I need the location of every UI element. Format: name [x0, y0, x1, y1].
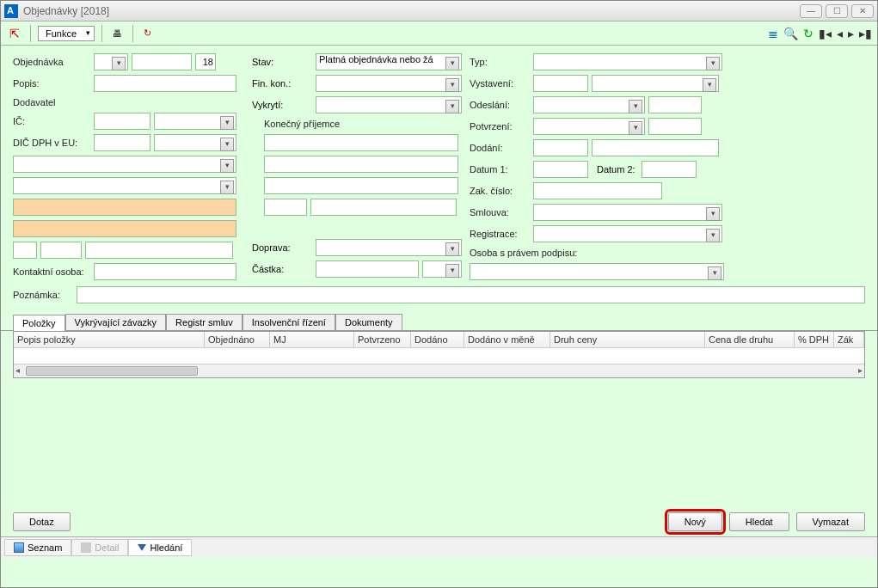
list-icon[interactable]: ≣: [768, 27, 778, 40]
tab-detail[interactable]: Detail: [71, 539, 128, 556]
tab-registr[interactable]: Registr smluv: [166, 314, 243, 330]
last-icon[interactable]: ▸▮: [859, 27, 872, 40]
tab-seznam-label: Seznam: [28, 542, 62, 553]
col-zak[interactable]: Zák: [834, 332, 864, 347]
dodavatel-label: Dodavatel: [13, 97, 245, 107]
supplier-orange-1[interactable]: [13, 199, 236, 216]
grid-h-scrollbar[interactable]: [14, 364, 864, 377]
finkon-label: Fin. kon.:: [252, 78, 312, 89]
col-druh-ceny[interactable]: Druh ceny: [550, 332, 705, 347]
col-popis[interactable]: Popis položky: [14, 332, 205, 347]
popis-input[interactable]: [94, 75, 236, 92]
dic-input[interactable]: [94, 134, 150, 151]
poznamka-input[interactable]: [77, 286, 865, 303]
reload-icon[interactable]: ↻: [803, 27, 814, 40]
ic-input[interactable]: [94, 113, 150, 130]
zakcislo-input[interactable]: [533, 182, 662, 199]
tab-dokumenty[interactable]: Dokumenty: [335, 314, 402, 330]
potvrzeni-label: Potvrzení:: [470, 121, 530, 132]
first-icon[interactable]: ▮◂: [819, 27, 832, 40]
col-cena-druh[interactable]: Cena dle druhu: [705, 332, 795, 347]
potvrzeni-date[interactable]: [648, 118, 702, 135]
odeslani-combo[interactable]: [533, 96, 645, 113]
datum1-label: Datum 1:: [470, 164, 530, 175]
odeslani-label: Odeslání:: [470, 100, 530, 110]
minimize-button[interactable]: —: [800, 4, 822, 18]
zakcislo-label: Zak. číslo:: [470, 186, 530, 196]
grid-empty-area: [13, 378, 865, 507]
tab-vykryvajici[interactable]: Vykrývající závazky: [65, 314, 167, 330]
titlebar: Objednávky [2018] — ☐ ✕: [1, 1, 877, 21]
col-dodano-mene[interactable]: Dodáno v měně: [464, 332, 550, 347]
tab-polozky[interactable]: Položky: [13, 315, 65, 331]
konecny-3[interactable]: [264, 177, 458, 194]
dodani-2[interactable]: [592, 139, 719, 156]
dic-combo[interactable]: [154, 134, 236, 151]
castka-input[interactable]: [316, 260, 419, 278]
vystaveni-combo[interactable]: [592, 75, 719, 92]
list-icon: [14, 542, 24, 553]
konecny-2[interactable]: [264, 156, 458, 173]
col-potvrzeno[interactable]: Potvrzeno: [354, 332, 411, 347]
finkon-combo[interactable]: [316, 75, 462, 92]
hledat-button[interactable]: Hledat: [729, 512, 789, 531]
col-pdph[interactable]: % DPH: [795, 332, 834, 347]
datum1-input[interactable]: [533, 161, 588, 178]
objednavka-label: Objednávka: [13, 57, 90, 67]
vymazat-button[interactable]: Vymazat: [796, 512, 865, 531]
app-window: Objednávky [2018] — ☐ ✕ ⇱ Funkce 🖶 ↻ ≣ 🔍…: [0, 0, 878, 588]
addr-1[interactable]: [13, 242, 37, 259]
konecny-4b[interactable]: [310, 199, 457, 216]
registrace-label: Registrace:: [470, 229, 530, 239]
dodani-1[interactable]: [533, 139, 588, 156]
refresh-icon[interactable]: ↻: [140, 26, 155, 40]
supplier-orange-2[interactable]: [13, 220, 236, 237]
next-icon[interactable]: ▸: [848, 27, 854, 40]
konecny-4a[interactable]: [264, 199, 307, 216]
odeslani-date[interactable]: [648, 96, 702, 113]
binoculars-icon[interactable]: 🔍: [783, 27, 798, 40]
supplier-combo-1[interactable]: [13, 156, 236, 173]
maximize-button[interactable]: ☐: [826, 4, 848, 18]
objednavka-year[interactable]: [195, 53, 216, 70]
konecny-1[interactable]: [264, 134, 458, 151]
typ-combo[interactable]: [533, 53, 722, 70]
items-grid[interactable]: Popis položky Objednáno MJ Potvrzeno Dod…: [13, 331, 865, 378]
print-icon[interactable]: 🖶: [109, 27, 126, 40]
vystaveni-label: Vystavení:: [470, 78, 530, 89]
filter-icon: [138, 544, 146, 551]
close-button[interactable]: ✕: [851, 4, 874, 18]
registrace-combo[interactable]: [533, 225, 722, 242]
osoba-podpis-combo[interactable]: [470, 263, 724, 280]
col-objednano[interactable]: Objednáno: [205, 332, 270, 347]
tab-seznam[interactable]: Seznam: [4, 539, 71, 556]
vykryti-label: Vykrytí:: [252, 100, 312, 110]
vystaveni-date[interactable]: [533, 75, 588, 92]
osoba-podpis-label: Osoba s právem podpisu:: [470, 248, 736, 258]
stav-combo[interactable]: Platná objednávka nebo žá: [316, 53, 462, 70]
tab-insolvencni[interactable]: Insolvenční řízení: [243, 314, 335, 330]
col-dodano[interactable]: Dodáno: [411, 332, 464, 347]
prev-icon[interactable]: ◂: [837, 27, 843, 40]
kontakt-input[interactable]: [94, 263, 236, 280]
addr-2[interactable]: [40, 242, 82, 259]
ic-combo[interactable]: [154, 113, 236, 130]
supplier-combo-2[interactable]: [13, 177, 236, 194]
stav-value: Platná objednávka nebo žá: [319, 54, 433, 64]
exit-icon[interactable]: ⇱: [6, 25, 23, 42]
dotaz-button[interactable]: Dotaz: [13, 512, 71, 531]
objednavka-num[interactable]: [132, 53, 192, 70]
tab-hledani[interactable]: Hledání: [128, 539, 192, 556]
doprava-combo[interactable]: [316, 239, 462, 256]
potvrzeni-combo[interactable]: [533, 118, 645, 135]
smlouva-combo[interactable]: [533, 204, 722, 221]
funkce-dropdown[interactable]: Funkce: [38, 26, 95, 41]
datum2-input[interactable]: [642, 161, 697, 178]
col-mj[interactable]: MJ: [270, 332, 354, 347]
typ-label: Typ:: [470, 57, 530, 67]
novy-button[interactable]: Nový: [668, 512, 722, 531]
addr-3[interactable]: [85, 242, 233, 259]
castka-combo[interactable]: [422, 260, 462, 278]
objednavka-combo[interactable]: [94, 53, 128, 70]
vykryti-combo[interactable]: [316, 96, 462, 113]
